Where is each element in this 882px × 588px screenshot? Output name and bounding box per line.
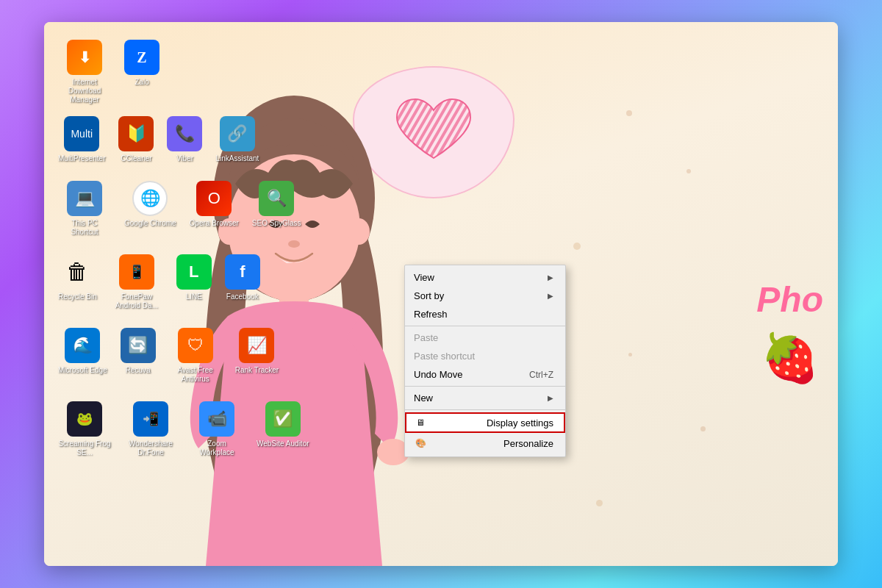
menu-separator-1 xyxy=(405,326,565,326)
icon-thispc[interactable]: 💻 This PC Shortcut xyxy=(55,178,114,240)
personalize-icon: 🎨 xyxy=(414,437,427,450)
menu-item-view-label: View xyxy=(414,272,434,283)
desktop-frame: ⬇ Internet Download Manager Z Zalo Multi… xyxy=(44,22,838,566)
menu-arrow-new: ▶ xyxy=(548,394,553,402)
menu-item-paste[interactable]: Paste xyxy=(405,329,565,347)
menu-item-refresh[interactable]: Refresh xyxy=(405,305,565,323)
icon-zoom[interactable]: 📹 Zoom Workplace xyxy=(187,398,246,460)
icon-facebook[interactable]: f Facebook xyxy=(222,251,263,313)
icon-recycle[interactable]: 🗑 Recycle Bin xyxy=(55,251,100,313)
menu-item-sort-by-label: Sort by xyxy=(414,290,444,301)
menu-arrow-sort-by: ▶ xyxy=(548,292,553,300)
icon-ccleaner[interactable]: 🔰 CCleaner xyxy=(115,113,157,166)
icon-viber[interactable]: 📞 Viber xyxy=(164,113,205,166)
menu-separator-2 xyxy=(405,386,565,387)
icon-ranktracker[interactable]: 📈 Rank Tracker xyxy=(232,325,282,387)
menu-item-new-label: New xyxy=(414,392,433,404)
icon-avast[interactable]: 🛡 Avast Free Antivirus xyxy=(166,325,225,387)
menu-item-paste-shortcut[interactable]: Paste shortcut xyxy=(405,347,565,365)
icon-linkassistant[interactable]: 🔗 LinkAssistant xyxy=(212,113,262,166)
menu-item-sort-by[interactable]: Sort by ▶ xyxy=(405,287,565,305)
menu-item-personalize[interactable]: 🎨 Personalize xyxy=(405,433,565,453)
menu-item-refresh-label: Refresh xyxy=(414,309,448,320)
menu-separator-3 xyxy=(405,409,565,410)
menu-item-personalize-label: Personalize xyxy=(503,438,553,449)
icon-website[interactable]: ✅ WebSite Auditor xyxy=(254,398,312,460)
strawberry-emoji: 🍓 xyxy=(761,331,820,386)
context-menu: View ▶ Sort by ▶ Refresh Paste Paste sho… xyxy=(404,265,566,457)
outer-background: ⬇ Internet Download Manager Z Zalo Multi… xyxy=(0,0,882,588)
menu-item-view[interactable]: View ▶ xyxy=(405,268,565,287)
icon-scream[interactable]: 🐸 Screaming Frog SE... xyxy=(55,398,114,460)
icon-seo[interactable]: 🔍 SEO SpyGlass xyxy=(249,178,304,240)
menu-item-display-settings-label: Display settings xyxy=(487,417,553,429)
menu-item-display-settings[interactable]: 🖥 Display settings xyxy=(405,412,565,433)
icon-multipresenter[interactable]: Multi MultiPresenter xyxy=(55,113,108,166)
menu-item-paste-shortcut-label: Paste shortcut xyxy=(414,351,475,362)
menu-item-undo-move[interactable]: Undo Move Ctrl+Z xyxy=(405,365,565,384)
menu-item-undo-move-label: Undo Move xyxy=(414,369,462,380)
right-decorative-text: Pho xyxy=(756,279,823,320)
icon-fonepaw[interactable]: 📱 FonePaw Android Da... xyxy=(107,251,166,313)
menu-arrow-view: ▶ xyxy=(548,273,553,282)
icon-chrome[interactable]: 🌐 Google Chrome xyxy=(121,178,179,240)
icon-idm[interactable]: ⬇ Internet Download Manager xyxy=(55,37,114,107)
svg-point-10 xyxy=(348,218,370,245)
icon-edge[interactable]: 🌊 Microsoft Edge xyxy=(55,325,110,387)
menu-item-undo-move-shortcut: Ctrl+Z xyxy=(529,370,553,380)
icon-line[interactable]: L LINE xyxy=(173,251,215,313)
display-settings-icon: 🖥 xyxy=(414,416,427,429)
menu-item-paste-label: Paste xyxy=(414,332,438,343)
icon-zalo[interactable]: Z Zalo xyxy=(121,37,162,107)
menu-item-new[interactable]: New ▶ xyxy=(405,389,565,407)
icon-recuva[interactable]: 🔄 Recuva xyxy=(118,325,159,387)
desktop-icons-area: ⬇ Internet Download Manager Z Zalo Multi… xyxy=(55,37,312,460)
icon-opera[interactable]: O Opera Browser xyxy=(187,178,242,240)
icon-drfone[interactable]: 📲 Wondershare Dr.Fone xyxy=(121,398,180,460)
